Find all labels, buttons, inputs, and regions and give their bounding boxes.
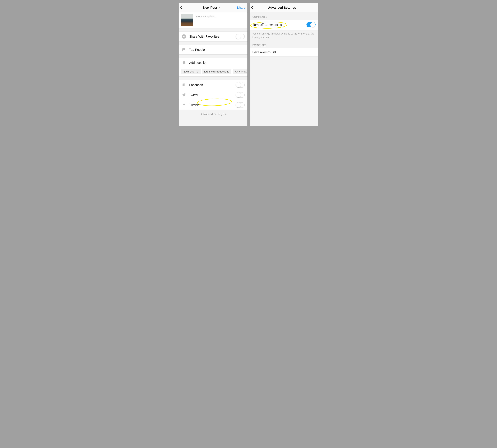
post-thumbnail[interactable] (181, 14, 193, 26)
location-pin-icon (182, 60, 186, 65)
page-title-text: New Post (203, 6, 217, 9)
person-card-icon (182, 48, 186, 52)
share-button[interactable]: Share (237, 6, 245, 10)
star-icon (182, 34, 186, 39)
caption-row[interactable]: Write a caption... (179, 12, 247, 28)
divider (179, 28, 247, 32)
advanced-settings-label: Advanced Settings (201, 112, 223, 116)
back-button[interactable] (181, 5, 186, 10)
share-favorites-row[interactable]: Share With Favorites (179, 32, 247, 42)
comments-hint: You can change this later by going to th… (250, 30, 318, 41)
chevron-right-icon (224, 113, 226, 115)
facebook-toggle[interactable] (236, 82, 245, 88)
tumblr-icon (182, 103, 186, 107)
divider (179, 54, 247, 58)
tag-people-row[interactable]: Tag People (179, 45, 247, 54)
empty-space (179, 118, 247, 126)
edit-favorites-row[interactable]: Edit Favorites List (250, 48, 318, 56)
share-favorites-label: Share With Favorites (189, 35, 233, 38)
empty-space (250, 56, 318, 126)
turn-off-commenting-toggle[interactable] (307, 22, 316, 27)
advanced-settings-link[interactable]: Advanced Settings (179, 110, 247, 118)
twitter-toggle[interactable] (236, 92, 245, 98)
favorites-toggle[interactable] (236, 34, 245, 39)
caption-input[interactable]: Write a caption... (196, 14, 217, 18)
divider (179, 42, 247, 45)
turn-off-commenting-label: Turn Off Commenting (252, 23, 304, 27)
twitter-label: Twitter (189, 93, 233, 97)
header-bar: New Post Share (179, 3, 247, 12)
chevron-left-icon (252, 6, 254, 9)
chevron-down-icon (218, 6, 220, 8)
location-chip[interactable]: Lightfield.Productions (202, 69, 231, 74)
location-chip[interactable]: NewsOne TV (181, 69, 201, 74)
turn-off-commenting-row[interactable]: Turn Off Commenting (250, 20, 318, 30)
tag-people-label: Tag People (189, 48, 245, 51)
facebook-row[interactable]: Facebook (179, 80, 247, 90)
tumblr-row[interactable]: Tumblr (179, 100, 247, 110)
chevron-left-icon (181, 6, 183, 9)
add-location-label: Add Location (189, 61, 245, 64)
comments-section-header: COMMENTS (250, 12, 318, 20)
location-chip[interactable]: Kyiv, Ukra (233, 69, 247, 74)
favorites-section-header: FAVORITES (250, 41, 318, 48)
tumblr-label: Tumblr (189, 103, 233, 107)
back-button[interactable] (252, 5, 257, 10)
page-title: Advanced Settings (268, 6, 296, 9)
facebook-label: Facebook (189, 83, 233, 87)
twitter-row[interactable]: Twitter (179, 90, 247, 100)
location-suggestions: NewsOne TV Lightfield.Productions Kyiv, … (179, 67, 247, 77)
add-location-row[interactable]: Add Location (179, 58, 247, 67)
page-title[interactable]: New Post (203, 6, 219, 9)
divider (179, 77, 247, 80)
page-title-text: Advanced Settings (268, 6, 296, 9)
facebook-icon (182, 82, 186, 87)
tumblr-toggle[interactable] (236, 102, 245, 108)
header-bar: Advanced Settings (250, 3, 318, 12)
twitter-icon (182, 93, 186, 97)
